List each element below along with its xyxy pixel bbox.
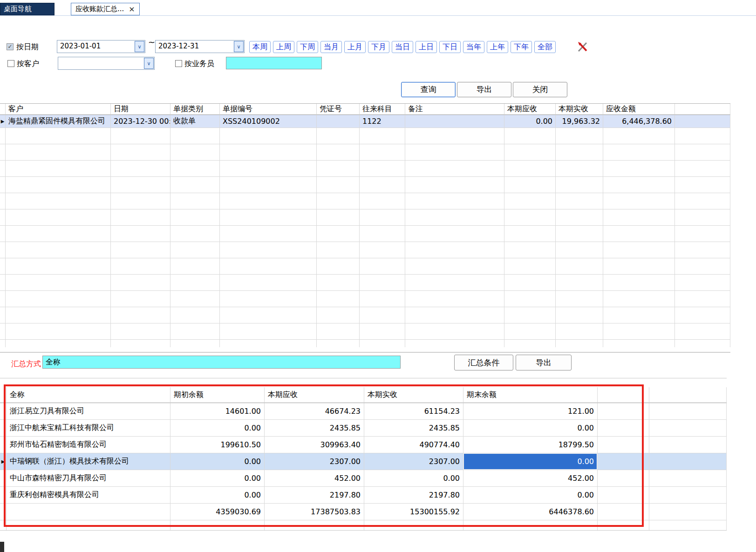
export-button[interactable]: 导出 — [457, 82, 511, 97]
summary-value-cell[interactable]: 2197.80 — [364, 487, 463, 504]
remark-cell[interactable] — [405, 115, 504, 128]
summary-value-cell[interactable]: 0.00 — [170, 470, 265, 487]
summary-column-header[interactable]: 期末余额 — [463, 387, 598, 403]
summary-value-cell[interactable]: 490774.40 — [364, 437, 463, 453]
date-to-combo[interactable]: 2023-12-31 ∨ — [155, 40, 245, 53]
summary-value-cell[interactable]: 0.00 — [170, 487, 265, 504]
column-header[interactable]: 本期应收 — [504, 104, 556, 115]
quick-date-button[interactable]: 下日 — [439, 41, 461, 53]
summary-name-cell[interactable]: 重庆利创精密模具有限公司 — [7, 487, 170, 504]
quick-date-button[interactable]: 全部 — [534, 41, 556, 53]
table-empty-row[interactable] — [0, 323, 730, 340]
summary-name-cell[interactable]: 郑州市钻石精密制造有限公司 — [7, 437, 170, 453]
summary-condition-button[interactable]: 汇总条件 — [454, 355, 513, 370]
date-cell[interactable]: 2023-12-30 00:00 — [111, 115, 170, 128]
quick-date-button[interactable]: 当日 — [392, 41, 413, 53]
summary-value-cell[interactable] — [364, 520, 463, 531]
quick-date-button[interactable]: 本周 — [249, 41, 271, 53]
summary-value-cell[interactable]: 0.00 — [463, 487, 598, 504]
summary-value-cell[interactable]: 17387503.83 — [265, 504, 364, 520]
summary-table-row[interactable]: 重庆利创精密模具有限公司0.002197.802197.800.00 — [0, 487, 727, 504]
summary-value-cell[interactable]: 2307.00 — [364, 453, 463, 470]
table-empty-row[interactable] — [0, 144, 730, 161]
summary-empty-row[interactable] — [0, 520, 727, 531]
amount-cell[interactable]: 6,446,378.60 — [603, 115, 675, 128]
table-empty-row[interactable] — [0, 209, 730, 226]
table-empty-row[interactable] — [0, 291, 730, 307]
doc-no-cell[interactable]: XSS240109002 — [220, 115, 317, 128]
table-empty-row[interactable] — [0, 258, 730, 275]
quick-date-button[interactable]: 上年 — [487, 41, 508, 53]
summary-value-cell[interactable] — [463, 520, 598, 531]
table-empty-row[interactable] — [0, 193, 730, 209]
received-cell[interactable]: 19,963.32 — [556, 115, 603, 128]
summary-value-cell[interactable]: 61154.23 — [364, 403, 463, 420]
quick-date-button[interactable]: 上日 — [415, 41, 437, 53]
by-date-checkbox[interactable]: ✓ — [7, 43, 14, 50]
dropdown-arrow-icon[interactable]: ∨ — [135, 41, 144, 52]
summary-table-row[interactable]: ▶中瑞钢联（浙江）模具技术有限公司0.002307.002307.000.00 — [0, 453, 727, 470]
quick-date-button[interactable]: 下周 — [297, 41, 318, 53]
summary-value-cell[interactable]: 2307.00 — [265, 453, 364, 470]
column-header[interactable]: 备注 — [405, 104, 504, 115]
summary-table-row[interactable]: 浙江易立刀具有限公司14601.0046674.2361154.23121.00 — [0, 403, 727, 420]
summary-value-cell[interactable]: 14601.00 — [170, 403, 265, 420]
column-header[interactable]: 往来科目 — [360, 104, 405, 115]
summary-value-cell[interactable]: 4359030.69 — [170, 504, 265, 520]
summary-value-cell[interactable]: 121.00 — [463, 403, 598, 420]
table-empty-row[interactable] — [0, 275, 730, 291]
summary-value-cell[interactable]: 199610.50 — [170, 437, 265, 453]
summary-column-header[interactable]: 期初余额 — [170, 387, 265, 403]
clear-filter-icon[interactable] — [577, 41, 589, 53]
by-customer-checkbox[interactable] — [7, 60, 14, 67]
summary-value-cell[interactable]: 18799.50 — [463, 437, 598, 453]
doc-type-cell[interactable]: 收款单 — [170, 115, 220, 128]
dropdown-arrow-icon[interactable]: ∨ — [144, 58, 154, 69]
dropdown-arrow-icon[interactable]: ∨ — [234, 41, 244, 52]
quick-date-button[interactable]: 当年 — [463, 41, 484, 53]
column-header[interactable]: 应收金额 — [603, 104, 675, 115]
summary-value-cell[interactable]: 0.00 — [170, 453, 265, 470]
summary-value-cell[interactable]: 452.00 — [463, 470, 598, 487]
table-empty-row[interactable] — [0, 128, 730, 144]
tab-desktop-navigation[interactable]: 桌面导航 — [0, 3, 54, 15]
voucher-no-cell[interactable] — [317, 115, 360, 128]
close-tab-icon[interactable]: × — [129, 5, 135, 13]
summary-value-cell[interactable]: 2197.80 — [265, 487, 364, 504]
summary-table-row[interactable]: 郑州市钻石精密制造有限公司199610.50309963.40490774.40… — [0, 437, 727, 453]
summary-value-cell[interactable]: 2435.85 — [364, 420, 463, 437]
table-row[interactable]: ▶ 海盐精鼎紧固件模具有限公司 2023-12-30 00:00 收款单 XSS… — [0, 115, 730, 128]
summary-mode-field[interactable]: 全称 — [42, 356, 401, 369]
column-header[interactable]: 单据编号 — [220, 104, 317, 115]
summary-value-cell[interactable]: 6446378.60 — [463, 504, 598, 520]
table-empty-row[interactable] — [0, 340, 730, 347]
tab-ar-summary[interactable]: 应收账款汇总... × — [71, 3, 140, 15]
summary-column-header[interactable]: 全称 — [7, 387, 170, 403]
summary-value-cell[interactable]: 0.00 — [364, 470, 463, 487]
summary-total-row[interactable]: 4359030.6917387503.8315300155.926446378.… — [0, 504, 727, 520]
quick-date-button[interactable]: 下月 — [368, 41, 389, 53]
table-empty-row[interactable] — [0, 307, 730, 323]
column-header[interactable]: 客户 — [6, 104, 111, 115]
summary-value-cell[interactable]: 46674.23 — [265, 403, 364, 420]
summary-value-cell[interactable]: 452.00 — [265, 470, 364, 487]
summary-value-cell[interactable]: 0.00 — [463, 420, 598, 437]
summary-name-cell[interactable] — [7, 520, 170, 531]
summary-name-cell[interactable]: 浙江易立刀具有限公司 — [7, 403, 170, 420]
quick-date-button[interactable]: 下年 — [511, 41, 532, 53]
summary-value-cell[interactable]: 309963.40 — [265, 437, 364, 453]
summary-column-header[interactable]: 本期应收 — [265, 387, 364, 403]
summary-value-cell[interactable]: 15300155.92 — [364, 504, 463, 520]
summary-name-cell[interactable]: 浙江中航来宝精工科技有限公司 — [7, 420, 170, 437]
summary-value-cell[interactable]: 2435.85 — [265, 420, 364, 437]
summary-value-cell[interactable] — [170, 520, 265, 531]
summary-table-row[interactable]: 浙江中航来宝精工科技有限公司0.002435.852435.850.00 — [0, 420, 727, 437]
summary-value-cell[interactable] — [265, 520, 364, 531]
account-cell[interactable]: 1122 — [360, 115, 405, 128]
salesman-input[interactable] — [226, 57, 322, 69]
summary-name-cell[interactable]: 中山市森特精密刀具有限公司 — [7, 470, 170, 487]
column-header[interactable]: 本期实收 — [556, 104, 603, 115]
column-header[interactable]: 凭证号 — [317, 104, 360, 115]
table-empty-row[interactable] — [0, 242, 730, 258]
summary-column-header[interactable]: 本期实收 — [364, 387, 463, 403]
